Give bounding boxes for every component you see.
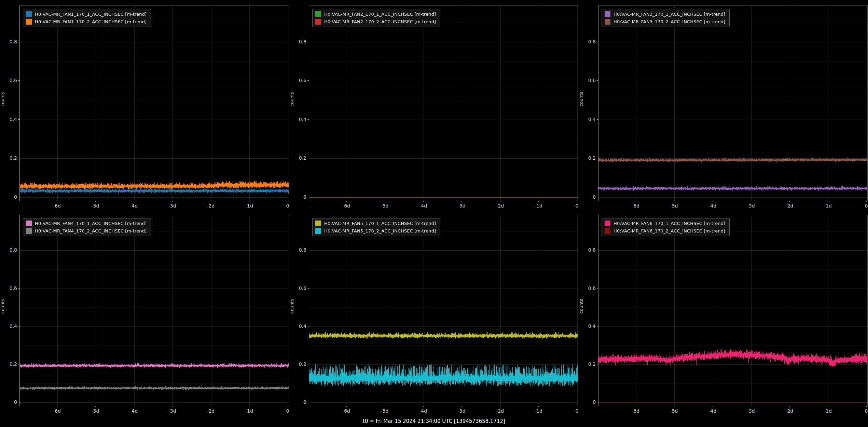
y-tick-label: 0.8 [580,247,596,253]
legend-swatch-icon [605,221,610,226]
x-tick-mark [789,406,790,407]
y-tick-label: 0.8 [291,247,306,253]
x-tick-label: -3d [162,203,182,209]
y-tick-mark [307,197,309,197]
y-tick-label: 0.6 [1,78,17,83]
x-tick-mark [95,406,96,407]
y-tick-mark [597,402,598,402]
x-tick-label: -1d [817,203,838,209]
plot-area: H0:VAC-MR_FAN2_170_1_ACC_INCHSEC [m-tren… [309,5,578,201]
x-tick-label: -5d [85,408,106,414]
legend-item: H0:VAC-MR_FAN5_170_2_ACC_INCHSEC [m-tren… [315,228,436,234]
x-tick-label: -2d [201,203,221,209]
x-tick-mark [346,406,347,407]
legend-item: H0:VAC-MR_FAN1_170_2_ACC_INCHSEC [m-tren… [26,19,147,25]
y-tick-mark [18,42,19,42]
x-tick-label: -6d [47,408,67,414]
y-tick-label: 0.2 [291,361,306,367]
t0-label: t0 = Fri Mar 15 2024 21:34:00 UTC [13945… [363,418,505,424]
y-tick-mark [597,42,598,42]
plot-area: H0:VAC-MR_FAN3_170_1_ACC_INCHSEC [m-tren… [598,5,868,201]
y-tick-mark [307,80,309,81]
plot-grid: counts H0:VAC-MR_FAN1_170_1_ACC_INCHSEC … [0,0,868,416]
legend-label: H0:VAC-MR_FAN1_170_1_ACC_INCHSEC [m-tren… [35,12,147,17]
x-tick-mark [461,406,462,407]
y-tick-label: 0.6 [291,78,306,83]
y-axis-label: counts [289,308,294,314]
x-tick-label: -2d [490,408,510,414]
y-tick-mark [18,158,19,158]
y-tick-mark [18,402,19,402]
x-tick-label: 0 [567,203,579,209]
legend-label: H0:VAC-MR_FAN4_170_1_ACC_INCHSEC [m-tren… [35,221,147,226]
x-tick-mark [751,201,751,202]
x-tick-label: 0 [277,203,289,209]
y-tick-mark [597,288,598,289]
plot-area: H0:VAC-MR_FAN5_170_1_ACC_INCHSEC [m-tren… [309,215,578,406]
x-tick-mark [385,201,385,202]
legend-swatch-icon [26,221,32,226]
y-tick-mark [307,42,309,42]
x-tick-mark [288,201,288,202]
y-axis-label: counts [579,101,584,107]
x-tick-label: -1d [817,408,838,414]
x-tick-label: -4d [413,203,433,209]
plot-canvas[interactable] [20,6,289,201]
legend-swatch-icon [26,19,32,25]
x-tick-mark [211,201,211,202]
x-tick-mark [674,406,674,407]
legend-swatch-icon [605,11,610,17]
y-tick-label: 0.2 [1,155,17,161]
legend[interactable]: H0:VAC-MR_FAN5_170_1_ACC_INCHSEC [m-tren… [312,218,440,236]
x-tick-label: -6d [47,203,67,209]
x-tick-mark [538,406,539,407]
y-tick-label: 0 [580,399,596,405]
x-tick-mark [95,201,96,202]
x-tick-label: -4d [702,203,723,209]
legend-label: H0:VAC-MR_FAN3_170_1_ACC_INCHSEC [m-tren… [614,12,725,17]
legend[interactable]: H0:VAC-MR_FAN1_170_1_ACC_INCHSEC [m-tren… [23,9,151,27]
x-tick-label: -5d [374,203,395,209]
plot-canvas[interactable] [309,6,578,201]
legend[interactable]: H0:VAC-MR_FAN6_170_1_ACC_INCHSEC [m-tren… [602,218,730,236]
legend[interactable]: H0:VAC-MR_FAN3_170_1_ACC_INCHSEC [m-tren… [602,9,730,27]
x-tick-mark [172,406,173,407]
legend-label: H0:VAC-MR_FAN6_170_1_ACC_INCHSEC [m-tren… [614,221,725,226]
x-tick-label: -1d [528,408,549,414]
plot-panel-fan3: counts H0:VAC-MR_FAN3_170_1_ACC_INCHSEC … [579,0,868,211]
plot-canvas[interactable] [598,6,867,201]
plot-panel-fan1: counts H0:VAC-MR_FAN1_170_1_ACC_INCHSEC … [0,0,289,211]
legend-item: H0:VAC-MR_FAN6_170_2_ACC_INCHSEC [m-tren… [605,228,725,234]
x-tick-mark [461,201,462,202]
x-tick-label: -6d [336,203,357,209]
x-tick-label: -2d [490,203,510,209]
legend[interactable]: H0:VAC-MR_FAN2_170_1_ACC_INCHSEC [m-tren… [312,9,440,27]
plot-canvas[interactable] [309,215,578,406]
y-tick-mark [307,288,309,289]
x-tick-mark [866,406,867,407]
plot-area: H0:VAC-MR_FAN4_170_1_ACC_INCHSEC [m-tren… [19,215,289,406]
x-tick-mark [423,201,424,202]
plot-canvas[interactable] [20,215,289,406]
plot-panel-fan5: counts H0:VAC-MR_FAN5_170_1_ACC_INCHSEC … [289,211,579,416]
y-tick-mark [597,250,598,250]
legend-swatch-icon [26,228,32,234]
y-tick-label: 0.4 [1,323,17,329]
x-tick-label: -6d [625,408,646,414]
x-tick-label: 0 [856,203,868,209]
legend-label: H0:VAC-MR_FAN4_170_2_ACC_INCHSEC [m-tren… [35,228,147,233]
x-tick-mark [249,201,249,202]
x-tick-mark [577,201,577,202]
x-tick-mark [249,406,249,407]
y-tick-mark [18,80,19,81]
x-tick-label: -4d [124,203,144,209]
x-tick-label: -2d [779,203,800,209]
legend[interactable]: H0:VAC-MR_FAN4_170_1_ACC_INCHSEC [m-tren… [23,218,151,236]
y-axis-label: counts [0,308,5,314]
y-tick-mark [307,250,309,250]
legend-swatch-icon [605,228,610,234]
legend-swatch-icon [605,19,610,25]
y-tick-label: 0.6 [291,285,306,291]
y-axis-label: counts [0,101,5,107]
plot-canvas[interactable] [598,215,867,406]
